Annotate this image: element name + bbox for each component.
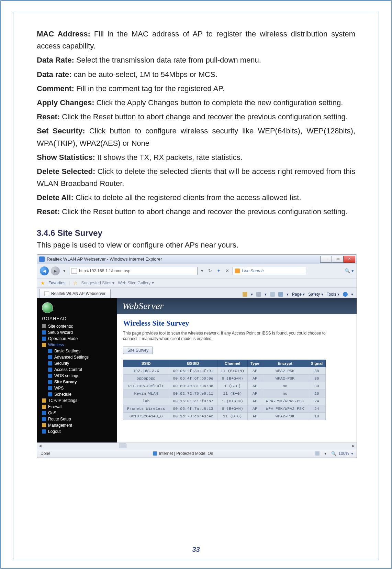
table-cell: 11 (B+G) <box>217 413 248 420</box>
table-cell: 00:16:01:a1:f0:b7 <box>169 397 217 405</box>
sidebar-item[interactable]: Setup Wizard <box>41 329 115 336</box>
sidebar-item-label: Basic Settings <box>54 349 80 353</box>
search-icon[interactable]: 🔍 ▾ <box>345 268 354 273</box>
sidebar-item-label: TCP/IP Settings <box>48 398 77 403</box>
rss-icon[interactable] <box>256 292 261 297</box>
sidebar-item[interactable]: Advanced Settings <box>47 354 115 360</box>
sidebar-item-label: Logout <box>48 429 61 434</box>
print-icon[interactable] <box>278 292 283 297</box>
sidebar-item[interactable]: Schedule <box>47 391 115 397</box>
site-survey-button[interactable]: Site Survey <box>123 347 153 354</box>
table-cell: 00:06:4f:3c:af:91 <box>169 367 217 375</box>
sidebar-item[interactable]: Firewall <box>41 404 115 410</box>
table-row[interactable]: 192.168.3.X00:06:4f:3c:af:9111 (B+G+N)AP… <box>123 367 326 375</box>
sidebar-item[interactable]: Access Control <box>47 366 115 373</box>
close-tab-icon[interactable]: ✕ <box>224 268 231 273</box>
table-row[interactable]: pppppppp00:06:4f:6f:50:0e6 (B+G+N)APWPA2… <box>123 375 326 382</box>
sidebar-item[interactable]: Route Setup <box>41 416 115 422</box>
sidebar-item-label: Site Survey <box>54 380 77 384</box>
sidebar-item[interactable]: Basic Settings <box>47 348 115 354</box>
tab-page-icon <box>44 291 49 296</box>
refresh-icon[interactable]: ↻ <box>207 268 213 273</box>
table-cell: no <box>262 382 308 390</box>
nav-toolbar: ◄ ► ▾ http://192.168.1.1/home.asp ▾ ↻ ✦ … <box>37 264 357 278</box>
table-cell: 30 <box>308 382 325 390</box>
table-cell: 6 (B+G+N) <box>217 405 248 413</box>
sidebar-item[interactable]: Site Survey <box>47 379 115 385</box>
table-row[interactable]: 001D73C64348_G00:1d:73:c6:43:4c11 (B+G)A… <box>123 413 326 420</box>
table-cell: WPA2-PSK <box>262 413 308 420</box>
sidebar-item-label: Management <box>48 423 72 428</box>
definition-item: Set Security: Click button to configure … <box>37 125 355 149</box>
table-cell: WPA2-PSK <box>262 367 308 375</box>
read-mail-icon[interactable] <box>270 292 275 297</box>
page-menu[interactable]: Page ▾ <box>292 292 305 297</box>
search-box[interactable]: Live Search <box>233 267 306 275</box>
definition-text: It shows the TX, RX packets, rate statis… <box>97 153 243 162</box>
address-bar[interactable]: http://192.168.1.1/home.asp <box>69 267 198 275</box>
browser-tab[interactable]: Realtek WLAN AP Webserver <box>39 289 111 298</box>
safety-menu[interactable]: Safety ▾ <box>308 292 323 297</box>
definition-text: Click to delete all the registered clien… <box>76 193 301 202</box>
window-titlebar: Realtek WLAN AP Webserver - Windows Inte… <box>37 255 357 264</box>
main-panel: WebServer Wireless Site Survey This page… <box>117 298 357 442</box>
help-icon[interactable] <box>343 292 348 297</box>
zone-icon <box>315 451 320 456</box>
definition-label: Apply Changes: <box>37 98 97 107</box>
sidebar-item[interactable]: WDS settings <box>47 373 115 379</box>
sidebar-item[interactable]: QoS <box>41 410 115 416</box>
page-icon <box>48 380 52 384</box>
sidebar-item-label: Setup Wizard <box>48 330 73 335</box>
horizontal-scrollbar[interactable]: ◀▶ <box>37 442 357 449</box>
definition-item: Apply Changes: Click the Apply Changes b… <box>37 97 355 109</box>
definition-item: Comment: Fill in the comment tag for the… <box>37 83 355 95</box>
sidebar-item[interactable]: Management <box>41 422 115 428</box>
definition-label: MAC Address: <box>37 30 94 38</box>
table-row[interactable]: Kevin-WLAN00:02:72:70:e6:1111 (B+G)APno2… <box>123 390 326 397</box>
sidebar-item[interactable]: Logout <box>41 428 115 435</box>
sidebar-item[interactable]: TCP/IP Settings <box>41 397 115 404</box>
home-icon[interactable] <box>243 292 247 297</box>
favorites-star-icon[interactable]: ★ <box>41 280 45 286</box>
definition-label: Show Statistics: <box>37 153 97 162</box>
sidebar-item[interactable]: Operation Mode <box>41 336 115 342</box>
table-cell: 1 (B+G+N) <box>217 397 248 405</box>
tree-root-icon <box>42 324 46 328</box>
page-number: 33 <box>13 546 379 554</box>
page-icon <box>42 330 46 335</box>
sidebar-item-label: QoS <box>48 411 56 415</box>
minimize-button[interactable]: — <box>320 256 332 263</box>
sidebar-item[interactable]: WPS <box>47 385 115 391</box>
sidebar-item-label: Advanced Settings <box>54 355 89 360</box>
table-cell: AP <box>248 405 262 413</box>
close-button[interactable]: ✕ <box>344 256 355 263</box>
sidebar-item[interactable]: Wireless <box>41 342 115 348</box>
suggested-sites-link[interactable]: Suggested Sites ▾ <box>81 281 114 285</box>
forward-button[interactable]: ► <box>51 266 60 275</box>
table-cell: 00:06:4f:6f:50:0e <box>169 375 217 382</box>
survey-table: SSIDBSSIDChannelTypeEncryptSignal 192.16… <box>123 360 326 420</box>
definition-list: MAC Address: Fill in the MAC address of … <box>37 28 355 218</box>
definition-item: Delete Selected: Click to delete the sel… <box>37 165 355 189</box>
table-row[interactable]: Pronets Wireless00:06:4f:7a:c8:136 (B+G+… <box>123 405 326 413</box>
table-cell: AP <box>248 382 262 390</box>
column-header: Encrypt <box>262 360 308 367</box>
maximize-button[interactable]: ▭ <box>332 256 344 263</box>
back-button[interactable]: ◄ <box>40 266 49 275</box>
table-row[interactable]: lab00:16:01:a1:f0:b71 (B+G+N)APWPA-PSK/W… <box>123 397 326 405</box>
favorites-label[interactable]: Favorites <box>48 281 65 285</box>
table-cell: 192.168.3.X <box>123 367 169 375</box>
webslice-link[interactable]: Web Slice Gallery ▾ <box>118 281 154 285</box>
zoom-control[interactable]: 🔍 100% ▾ <box>331 451 353 456</box>
definition-text: Select the transmission data rate from p… <box>76 56 261 64</box>
page-title: Wireless Site Survey <box>123 319 350 328</box>
definition-label: Reset: <box>37 112 62 121</box>
tools-menu[interactable]: Tools ▾ <box>327 292 339 297</box>
table-row[interactable]: RTL8186-default00:e0:4c:81:86:861 (B+G)A… <box>123 382 326 390</box>
sidebar-item[interactable]: Security <box>47 360 115 366</box>
page-icon <box>42 417 46 421</box>
tree-root-label: Site contents: <box>48 324 73 329</box>
stop-icon[interactable]: ✦ <box>215 268 222 273</box>
search-placeholder: Live Search <box>242 269 264 273</box>
table-cell: 001D73C64348_G <box>123 413 169 420</box>
